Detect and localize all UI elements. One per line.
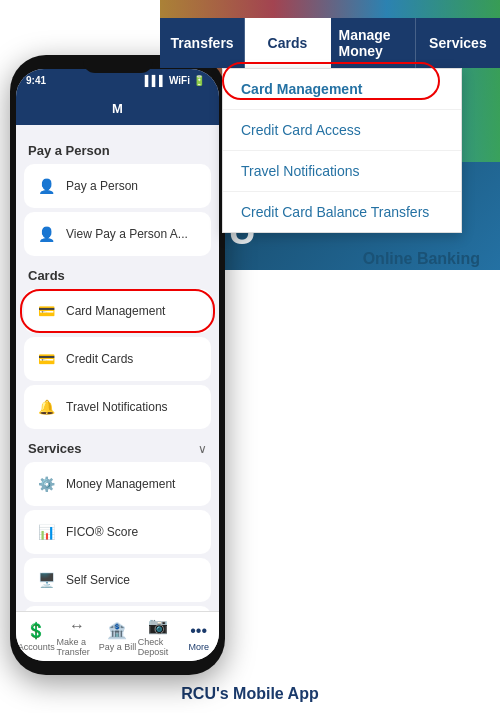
- travel-notifications-icon: 🔔: [34, 395, 58, 419]
- tab-accounts[interactable]: 💲 Accounts: [16, 612, 57, 661]
- pay-person-label: Pay a Person: [66, 179, 138, 193]
- travel-notifications-label: Travel Notifications: [66, 400, 168, 414]
- pay-person-icon: 👤: [34, 174, 58, 198]
- view-pay-person-label: View Pay a Person A...: [66, 227, 188, 241]
- nav-services[interactable]: Services: [416, 18, 500, 68]
- card-management-label: Card Management: [66, 304, 165, 318]
- self-service-label: Self Service: [66, 573, 130, 587]
- card-management-icon: 💳: [34, 299, 58, 323]
- phone-header: M: [16, 91, 219, 125]
- menu-fico-score[interactable]: 📊 FICO® Score: [24, 510, 211, 554]
- more-icon: •••: [190, 622, 207, 640]
- section-services: Services: [28, 441, 82, 456]
- phone-device: 9:41 ▌▌▌ WiFi 🔋 M Pay a Person 👤 Pay a P…: [10, 55, 225, 675]
- menu-credit-cards[interactable]: 💳 Credit Cards: [24, 337, 211, 381]
- check-deposit-icon: 📷: [148, 616, 168, 635]
- section-services-header: Services ∨: [24, 433, 211, 462]
- nav-transfers[interactable]: Transfers: [160, 18, 245, 68]
- menu-pay-a-person[interactable]: 👤 Pay a Person: [24, 164, 211, 208]
- menu-self-service[interactable]: 🖥️ Self Service: [24, 558, 211, 602]
- online-banking-label: Online Banking: [363, 250, 480, 268]
- accounts-label: Accounts: [18, 642, 55, 652]
- bottom-tab-bar: 💲 Accounts ↔️ Make a Transfer 🏦 Pay a Bi…: [16, 611, 219, 661]
- pay-bill-icon: 🏦: [107, 621, 127, 640]
- check-deposit-label: Check Deposit: [138, 637, 179, 657]
- phone-screen: 9:41 ▌▌▌ WiFi 🔋 M Pay a Person 👤 Pay a P…: [16, 69, 219, 661]
- transfer-icon: ↔️: [69, 617, 85, 635]
- tab-check-deposit[interactable]: 📷 Check Deposit: [138, 612, 179, 661]
- credit-cards-icon: 💳: [34, 347, 58, 371]
- tab-more[interactable]: ••• More: [178, 612, 219, 661]
- fico-icon: 📊: [34, 520, 58, 544]
- credit-cards-label: Credit Cards: [66, 352, 133, 366]
- pay-bill-label: Pay a Bill: [99, 642, 137, 652]
- self-service-icon: 🖥️: [34, 568, 58, 592]
- rcu-mobile-label: RCU's Mobile App: [0, 685, 500, 703]
- section-cards: Cards: [24, 260, 211, 289]
- more-label: More: [188, 642, 209, 652]
- nav-cards[interactable]: Cards: [245, 18, 330, 68]
- battery-icon: 🔋: [193, 75, 205, 86]
- fico-label: FICO® Score: [66, 525, 138, 539]
- money-management-icon: ⚙️: [34, 472, 58, 496]
- phone-notch: [83, 55, 153, 73]
- chevron-down-icon[interactable]: ∨: [198, 442, 207, 456]
- dropdown-credit-card-access[interactable]: Credit Card Access: [223, 110, 461, 151]
- section-pay-a-person: Pay a Person: [24, 135, 211, 164]
- view-pay-person-icon: 👤: [34, 222, 58, 246]
- dropdown-card-management[interactable]: Card Management: [223, 69, 461, 110]
- status-time: 9:41: [26, 75, 46, 86]
- money-management-label: Money Management: [66, 477, 175, 491]
- tab-transfer[interactable]: ↔️ Make a Transfer: [57, 612, 98, 661]
- tab-pay-bill[interactable]: 🏦 Pay a Bill: [97, 612, 138, 661]
- transfer-label: Make a Transfer: [57, 637, 98, 657]
- menu-travel-notifications[interactable]: 🔔 Travel Notifications: [24, 385, 211, 429]
- nav-bar: Transfers Cards Manage Money Services: [160, 18, 500, 68]
- dropdown-travel-notifications[interactable]: Travel Notifications: [223, 151, 461, 192]
- menu-view-pay-a-person[interactable]: 👤 View Pay a Person A...: [24, 212, 211, 256]
- signal-icon: ▌▌▌: [145, 75, 166, 86]
- status-icons: ▌▌▌ WiFi 🔋: [145, 75, 205, 86]
- menu-card-management[interactable]: 💳 Card Management: [24, 289, 211, 333]
- menu-money-management[interactable]: ⚙️ Money Management: [24, 462, 211, 506]
- phone-content[interactable]: Pay a Person 👤 Pay a Person 👤 View Pay a…: [16, 125, 219, 611]
- cards-dropdown: Card Management Credit Card Access Trave…: [222, 68, 462, 233]
- nav-manage-money[interactable]: Manage Money: [331, 18, 416, 68]
- accounts-icon: 💲: [26, 621, 46, 640]
- dropdown-balance-transfers[interactable]: Credit Card Balance Transfers: [223, 192, 461, 232]
- wifi-icon: WiFi: [169, 75, 190, 86]
- card-management-wrapper: 💳 Card Management: [24, 289, 211, 333]
